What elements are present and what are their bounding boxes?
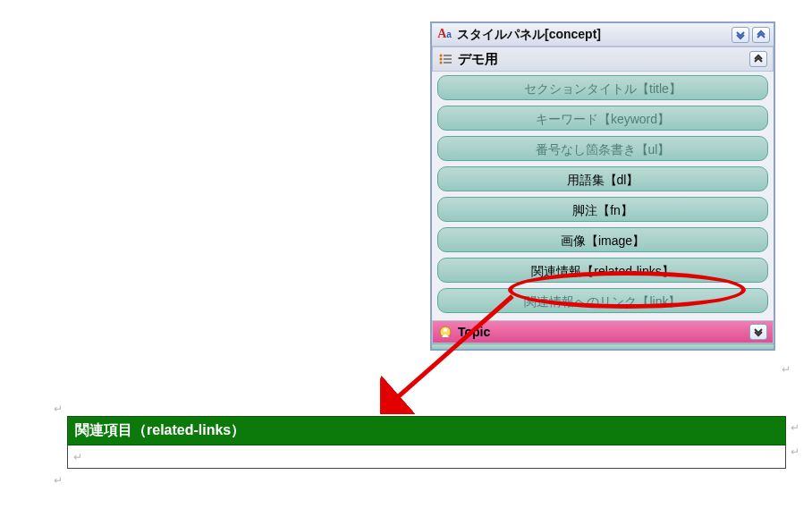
topic-collapse-button[interactable] <box>749 324 767 340</box>
style-list: セクションタイトル【title】 キーワード【keyword】 番号なし箇条書き… <box>432 72 774 320</box>
paragraph-mark: ↵ <box>54 403 63 415</box>
svg-rect-3 <box>444 58 452 60</box>
style-panel-window: Aa スタイルパネル[concept] デモ用 セクションタイトル【title】 <box>430 21 775 351</box>
topic-label: Topic <box>458 325 747 339</box>
style-button-label: 関連情報【related-links】 <box>531 264 673 278</box>
list-icon <box>438 53 453 65</box>
paragraph-mark: ↵ <box>791 445 799 458</box>
collapse-up-button[interactable] <box>752 27 770 43</box>
paragraph-mark: ↵ <box>54 474 63 487</box>
style-button-label: 脚注【fn】 <box>572 203 633 217</box>
panel-bottom-strip <box>432 344 774 349</box>
style-button-label: セクションタイトル【title】 <box>524 81 681 96</box>
style-panel-icon: Aa <box>436 27 453 43</box>
topic-bar: Topic <box>432 320 774 344</box>
section-collapse-button[interactable] <box>749 51 767 67</box>
collapse-down-button[interactable] <box>732 27 749 43</box>
paragraph-mark: ↵ <box>73 451 82 463</box>
style-button-label: 画像【image】 <box>561 233 645 248</box>
style-button-label: キーワード【keyword】 <box>536 112 670 126</box>
style-button-related-links[interactable]: 関連情報【related-links】 <box>437 258 768 283</box>
topic-icon <box>438 325 453 339</box>
svg-point-0 <box>440 55 443 57</box>
section-header-label: デモ用 <box>458 51 747 68</box>
result-header-text: 関連項目（related-links） <box>75 422 245 437</box>
style-button-ul[interactable]: 番号なし箇条書き【ul】 <box>437 136 768 161</box>
panel-titlebar: Aa スタイルパネル[concept] <box>432 23 774 47</box>
paragraph-mark: ↵ <box>791 421 799 434</box>
style-button-link[interactable]: 関連情報へのリンク【link】 <box>437 288 768 313</box>
style-button-label: 用語集【dl】 <box>567 173 639 187</box>
style-button-dl[interactable]: 用語集【dl】 <box>437 166 768 191</box>
style-button-keyword[interactable]: キーワード【keyword】 <box>437 106 768 131</box>
paragraph-mark: ↵ <box>782 363 791 376</box>
result-header: 関連項目（related-links） <box>67 416 786 445</box>
style-button-label: 番号なし箇条書き【ul】 <box>536 142 671 157</box>
svg-point-4 <box>440 62 443 64</box>
svg-rect-5 <box>444 62 452 64</box>
svg-point-2 <box>440 58 443 61</box>
section-header: デモ用 <box>432 47 774 72</box>
result-body[interactable]: ↵ <box>67 445 786 469</box>
style-button-image[interactable]: 画像【image】 <box>437 227 768 252</box>
style-button-label: 関連情報へのリンク【link】 <box>524 294 681 309</box>
panel-title: スタイルパネル[concept] <box>457 27 729 43</box>
result-area: 関連項目（related-links） ↵ <box>67 416 786 469</box>
style-button-title[interactable]: セクションタイトル【title】 <box>437 75 768 100</box>
style-button-fn[interactable]: 脚注【fn】 <box>437 197 768 222</box>
svg-point-7 <box>444 328 447 332</box>
svg-rect-1 <box>444 55 452 56</box>
